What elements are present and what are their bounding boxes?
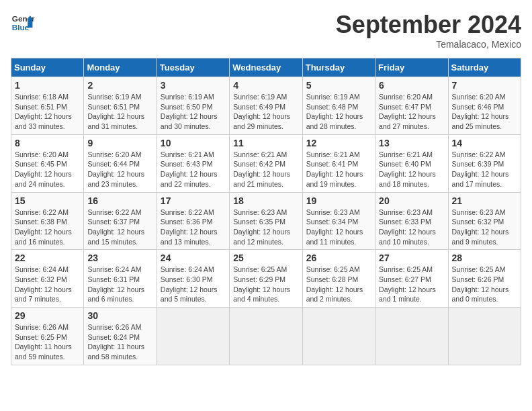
day-number: 8: [15, 138, 80, 148]
calendar-cell: 12 Sunrise: 6:21 AMSunset: 6:41 PMDaylig…: [302, 134, 375, 192]
svg-text:Blue: Blue: [12, 23, 30, 32]
header-thursday: Thursday: [302, 58, 375, 77]
day-info: Sunrise: 6:25 AMSunset: 6:28 PMDaylight:…: [306, 265, 363, 303]
day-info: Sunrise: 6:20 AMSunset: 6:44 PMDaylight:…: [87, 150, 144, 188]
calendar-cell: 5 Sunrise: 6:19 AMSunset: 6:48 PMDayligh…: [302, 77, 375, 135]
day-number: 18: [233, 195, 298, 206]
calendar-week-row: 22 Sunrise: 6:24 AMSunset: 6:32 PMDaylig…: [11, 250, 521, 308]
day-number: 7: [452, 80, 517, 91]
day-number: 17: [161, 195, 226, 206]
page-header: General Blue September 2024 Temalacaco, …: [11, 11, 521, 50]
day-number: 11: [233, 138, 298, 148]
day-info: Sunrise: 6:25 AMSunset: 6:27 PMDaylight:…: [379, 265, 436, 303]
day-info: Sunrise: 6:24 AMSunset: 6:32 PMDaylight:…: [15, 265, 72, 303]
calendar-week-row: 29 Sunrise: 6:26 AMSunset: 6:25 PMDaylig…: [11, 308, 521, 365]
day-number: 9: [87, 138, 152, 148]
day-number: 1: [15, 80, 80, 91]
day-number: 27: [379, 253, 444, 263]
day-number: 13: [379, 138, 444, 148]
day-info: Sunrise: 6:21 AMSunset: 6:41 PMDaylight:…: [306, 150, 363, 188]
header-wednesday: Wednesday: [230, 58, 302, 77]
month-title: September 2024: [336, 11, 521, 39]
header-saturday: Saturday: [448, 58, 521, 77]
day-number: 20: [379, 195, 444, 206]
calendar-cell: 10 Sunrise: 6:21 AMSunset: 6:43 PMDaylig…: [157, 134, 229, 192]
day-info: Sunrise: 6:19 AMSunset: 6:50 PMDaylight:…: [161, 93, 218, 130]
calendar-cell: [302, 308, 375, 365]
location-subtitle: Temalacaco, Mexico: [336, 39, 521, 50]
day-number: 24: [161, 253, 226, 263]
calendar-cell: [448, 308, 521, 365]
day-number: 30: [87, 310, 152, 321]
day-number: 3: [161, 80, 226, 91]
calendar-cell: 16 Sunrise: 6:22 AMSunset: 6:37 PMDaylig…: [84, 192, 157, 250]
calendar-cell: 20 Sunrise: 6:23 AMSunset: 6:33 PMDaylig…: [375, 192, 448, 250]
calendar-cell: 14 Sunrise: 6:22 AMSunset: 6:39 PMDaylig…: [448, 134, 521, 192]
day-number: 16: [87, 195, 152, 206]
day-info: Sunrise: 6:24 AMSunset: 6:31 PMDaylight:…: [87, 265, 144, 303]
calendar-week-row: 8 Sunrise: 6:20 AMSunset: 6:45 PMDayligh…: [11, 134, 521, 192]
calendar-cell: 9 Sunrise: 6:20 AMSunset: 6:44 PMDayligh…: [84, 134, 157, 192]
weekday-header-row: Sunday Monday Tuesday Wednesday Thursday…: [11, 58, 521, 77]
calendar-cell: 15 Sunrise: 6:22 AMSunset: 6:38 PMDaylig…: [11, 192, 84, 250]
calendar-cell: 25 Sunrise: 6:25 AMSunset: 6:29 PMDaylig…: [230, 250, 302, 308]
day-info: Sunrise: 6:26 AMSunset: 6:25 PMDaylight:…: [15, 323, 72, 361]
calendar-cell: 4 Sunrise: 6:19 AMSunset: 6:49 PMDayligh…: [230, 77, 302, 135]
calendar-cell: 18 Sunrise: 6:23 AMSunset: 6:35 PMDaylig…: [230, 192, 302, 250]
logo-icon: General Blue: [11, 11, 35, 35]
header-monday: Monday: [84, 58, 157, 77]
calendar-cell: [375, 308, 448, 365]
day-info: Sunrise: 6:21 AMSunset: 6:43 PMDaylight:…: [161, 150, 218, 188]
header-sunday: Sunday: [11, 58, 84, 77]
day-number: 12: [306, 138, 371, 148]
calendar-cell: 22 Sunrise: 6:24 AMSunset: 6:32 PMDaylig…: [11, 250, 84, 308]
day-info: Sunrise: 6:21 AMSunset: 6:40 PMDaylight:…: [379, 150, 436, 188]
calendar-cell: 13 Sunrise: 6:21 AMSunset: 6:40 PMDaylig…: [375, 134, 448, 192]
calendar-cell: 1 Sunrise: 6:18 AMSunset: 6:51 PMDayligh…: [11, 77, 84, 135]
day-number: 26: [306, 253, 371, 263]
calendar-cell: 19 Sunrise: 6:23 AMSunset: 6:34 PMDaylig…: [302, 192, 375, 250]
day-info: Sunrise: 6:18 AMSunset: 6:51 PMDaylight:…: [15, 93, 72, 130]
day-info: Sunrise: 6:19 AMSunset: 6:51 PMDaylight:…: [87, 93, 144, 130]
calendar-cell: 3 Sunrise: 6:19 AMSunset: 6:50 PMDayligh…: [157, 77, 229, 135]
day-info: Sunrise: 6:25 AMSunset: 6:29 PMDaylight:…: [233, 265, 290, 303]
calendar-cell: 28 Sunrise: 6:25 AMSunset: 6:26 PMDaylig…: [448, 250, 521, 308]
calendar-cell: 8 Sunrise: 6:20 AMSunset: 6:45 PMDayligh…: [11, 134, 84, 192]
day-number: 14: [452, 138, 517, 148]
calendar-cell: 17 Sunrise: 6:22 AMSunset: 6:36 PMDaylig…: [157, 192, 229, 250]
calendar-cell: 7 Sunrise: 6:20 AMSunset: 6:46 PMDayligh…: [448, 77, 521, 135]
day-info: Sunrise: 6:26 AMSunset: 6:24 PMDaylight:…: [87, 323, 144, 361]
calendar-cell: 11 Sunrise: 6:21 AMSunset: 6:42 PMDaylig…: [230, 134, 302, 192]
day-info: Sunrise: 6:21 AMSunset: 6:42 PMDaylight:…: [233, 150, 290, 188]
day-number: 25: [233, 253, 298, 263]
day-info: Sunrise: 6:19 AMSunset: 6:49 PMDaylight:…: [233, 93, 290, 130]
calendar-cell: 26 Sunrise: 6:25 AMSunset: 6:28 PMDaylig…: [302, 250, 375, 308]
title-area: September 2024 Temalacaco, Mexico: [336, 11, 521, 50]
day-info: Sunrise: 6:23 AMSunset: 6:32 PMDaylight:…: [452, 208, 509, 246]
day-info: Sunrise: 6:22 AMSunset: 6:38 PMDaylight:…: [15, 208, 72, 246]
calendar-cell: 21 Sunrise: 6:23 AMSunset: 6:32 PMDaylig…: [448, 192, 521, 250]
day-number: 5: [306, 80, 371, 91]
day-info: Sunrise: 6:22 AMSunset: 6:37 PMDaylight:…: [87, 208, 144, 246]
day-info: Sunrise: 6:22 AMSunset: 6:39 PMDaylight:…: [452, 150, 509, 188]
day-number: 10: [161, 138, 226, 148]
day-number: 23: [87, 253, 152, 263]
calendar-week-row: 15 Sunrise: 6:22 AMSunset: 6:38 PMDaylig…: [11, 192, 521, 250]
calendar-cell: 6 Sunrise: 6:20 AMSunset: 6:47 PMDayligh…: [375, 77, 448, 135]
day-info: Sunrise: 6:22 AMSunset: 6:36 PMDaylight:…: [161, 208, 218, 246]
day-info: Sunrise: 6:20 AMSunset: 6:47 PMDaylight:…: [379, 93, 436, 130]
calendar-cell: 30 Sunrise: 6:26 AMSunset: 6:24 PMDaylig…: [84, 308, 157, 365]
calendar-cell: 23 Sunrise: 6:24 AMSunset: 6:31 PMDaylig…: [84, 250, 157, 308]
day-number: 19: [306, 195, 371, 206]
day-number: 15: [15, 195, 80, 206]
day-number: 29: [15, 310, 80, 321]
calendar-week-row: 1 Sunrise: 6:18 AMSunset: 6:51 PMDayligh…: [11, 77, 521, 135]
day-info: Sunrise: 6:23 AMSunset: 6:34 PMDaylight:…: [306, 208, 363, 246]
header-friday: Friday: [375, 58, 448, 77]
day-info: Sunrise: 6:24 AMSunset: 6:30 PMDaylight:…: [161, 265, 218, 303]
day-info: Sunrise: 6:20 AMSunset: 6:45 PMDaylight:…: [15, 150, 72, 188]
calendar-cell: [157, 308, 229, 365]
header-tuesday: Tuesday: [157, 58, 229, 77]
day-info: Sunrise: 6:25 AMSunset: 6:26 PMDaylight:…: [452, 265, 509, 303]
day-info: Sunrise: 6:20 AMSunset: 6:46 PMDaylight:…: [452, 93, 509, 130]
